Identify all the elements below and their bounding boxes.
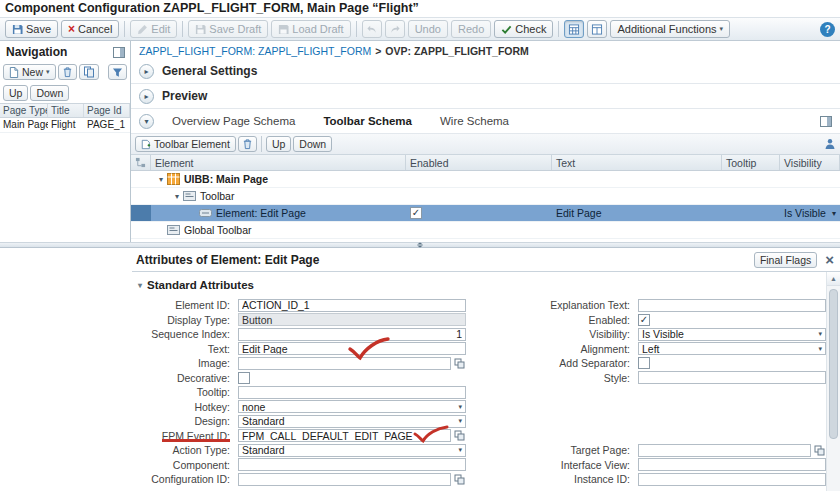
toolbar-separator <box>124 21 125 37</box>
nav-page-row[interactable]: Main PageFlightPAGE_1 <box>0 118 130 133</box>
field-input-configuration-id[interactable] <box>238 473 451 486</box>
scroll-up-icon[interactable]: ▲ <box>827 272 840 286</box>
attributes-scrollbar[interactable]: ▲ <box>826 272 840 491</box>
save-draft-button[interactable]: Save Draft <box>188 20 268 38</box>
edit-button[interactable]: Edit <box>130 20 177 38</box>
field-input-explanation-text[interactable] <box>638 299 826 312</box>
field-select-design[interactable]: Standard▾ <box>238 415 466 428</box>
save-button[interactable]: Save <box>5 20 58 38</box>
field-input-text[interactable] <box>238 342 466 355</box>
nav-down-button[interactable]: Down <box>30 85 69 101</box>
panel-toggle-icon[interactable] <box>820 116 832 127</box>
visibility-cell[interactable]: Is Visible▾ <box>780 205 840 221</box>
visibility-cell <box>780 171 840 187</box>
save-label: Save <box>26 23 51 35</box>
field-input-element-id[interactable] <box>238 299 466 312</box>
field-input-component[interactable] <box>238 458 466 471</box>
value-help-icon[interactable] <box>453 357 466 370</box>
redo-button[interactable]: Redo <box>451 20 491 38</box>
nav-up-button[interactable]: Up <box>3 85 28 101</box>
field-input-display-type[interactable] <box>238 313 466 326</box>
field-input-instance-id[interactable] <box>638 473 826 486</box>
schema-table-row[interactable]: ▾UIBB: Main Page <box>131 171 840 188</box>
field-input-fpm-event-id[interactable] <box>238 429 451 442</box>
personalize-icon[interactable] <box>824 138 836 150</box>
down-label: Down <box>299 138 326 150</box>
nav-column-page-id[interactable]: Page Id <box>84 104 130 117</box>
schema-table-row[interactable]: Global Toolbar <box>131 222 840 239</box>
tab-wire-schema[interactable]: Wire Schema <box>430 115 519 127</box>
field-input-style[interactable] <box>638 371 826 384</box>
field-select-alignment[interactable]: Left▾ <box>638 342 826 355</box>
help-icon[interactable]: ? <box>820 22 835 37</box>
field-input-sequence-index[interactable] <box>238 328 466 341</box>
new-page-button[interactable]: New ▾ <box>3 64 56 80</box>
tab-toolbar-schema[interactable]: Toolbar Schema <box>313 115 422 127</box>
load-draft-button[interactable]: Load Draft <box>271 20 350 38</box>
row-marker-cell <box>131 222 151 238</box>
column-text[interactable]: Text <box>552 155 722 170</box>
column-enabled[interactable]: Enabled <box>406 155 552 170</box>
field-select-visibility[interactable]: Is Visible▾ <box>638 328 826 341</box>
field-label-style: Style: <box>466 372 634 384</box>
chevron-down-icon: ▾ <box>458 403 462 411</box>
schema-tabs-row: ▾ Overview Page Schema Toolbar Schema Wi… <box>131 109 840 134</box>
field-label-enabled: Enabled: <box>466 314 634 326</box>
section-expander-icon[interactable]: ▾ <box>138 281 142 290</box>
grid-view-button[interactable] <box>564 20 584 38</box>
column-visibility[interactable]: Visibility <box>780 155 840 170</box>
additional-functions-button[interactable]: Additional Functions ▾ <box>610 20 730 38</box>
tooltip-cell <box>722 205 780 221</box>
field-cell <box>238 429 466 442</box>
field-input-target-page[interactable] <box>638 444 811 457</box>
value-help-icon[interactable] <box>453 429 466 442</box>
field-select-hotkey[interactable]: none▾ <box>238 400 466 413</box>
schema-table-row[interactable]: Element: Edit Page✓Edit PageIs Visible▾ <box>131 205 840 222</box>
expand-section-icon[interactable]: ▸ <box>139 89 154 104</box>
element-down-button[interactable]: Down <box>293 136 332 152</box>
redo-icon-button[interactable] <box>385 20 405 38</box>
section-title: General Settings <box>162 64 257 78</box>
copy-page-button[interactable] <box>79 64 99 80</box>
tree-toggle-icon[interactable]: ▾ <box>171 192 183 201</box>
field-input-image[interactable] <box>238 357 451 370</box>
field-checkbox-enabled[interactable]: ✓ <box>638 314 650 326</box>
delete-page-button[interactable] <box>58 64 77 80</box>
panel-toggle-icon[interactable] <box>113 47 125 58</box>
final-flags-button[interactable]: Final Flags <box>754 252 817 268</box>
value-help-icon[interactable] <box>453 473 466 486</box>
tab-overview-page-schema[interactable]: Overview Page Schema <box>162 115 305 127</box>
close-icon[interactable]: × <box>825 252 834 267</box>
schema-table-row[interactable]: ▾Toolbar <box>131 188 840 205</box>
layout-view-button[interactable] <box>587 20 607 38</box>
undo-icon-button[interactable] <box>362 20 382 38</box>
field-checkbox-add-separator[interactable]: ✓ <box>638 357 650 369</box>
save-icon <box>12 24 23 35</box>
nav-column-page-type[interactable]: Page Type <box>0 104 48 117</box>
toolbar-separator <box>261 136 262 152</box>
field-checkbox-decorative[interactable]: ✓ <box>238 372 250 384</box>
scrollbar-thumb[interactable] <box>829 289 838 439</box>
nav-column-title[interactable]: Title <box>48 104 84 117</box>
column-element[interactable]: Element <box>151 155 406 170</box>
cancel-button[interactable]: × Cancel <box>61 20 119 38</box>
element-up-button[interactable]: Up <box>266 136 291 152</box>
column-tooltip[interactable]: Tooltip <box>722 155 780 170</box>
breadcrumb-link[interactable]: ZAPPL_FLIGHT_FORM: ZAPPL_FLIGHT_FORM <box>139 45 371 57</box>
collapse-section-icon[interactable]: ▾ <box>139 114 154 129</box>
add-toolbar-element-button[interactable]: Toolbar Element <box>135 136 236 152</box>
row-marker-cell <box>131 205 151 221</box>
filter-button[interactable] <box>108 64 127 80</box>
field-input-interface-view[interactable] <box>638 458 826 471</box>
field-select-action-type[interactable]: Standard▾ <box>238 444 466 457</box>
undo-button[interactable]: Undo <box>408 20 448 38</box>
enabled-checkbox[interactable]: ✓ <box>410 207 422 219</box>
check-button[interactable]: Check <box>494 20 553 38</box>
value-help-icon[interactable] <box>813 444 826 457</box>
expand-section-icon[interactable]: ▸ <box>139 64 154 79</box>
delete-element-button[interactable] <box>238 136 257 152</box>
field-label-action-type: Action Type: <box>132 444 234 456</box>
page-title: Component Configuration ZAPPL_FLIGHT_FOR… <box>0 0 840 17</box>
tree-toggle-icon[interactable]: ▾ <box>155 175 167 184</box>
field-input-tooltip[interactable] <box>238 386 466 399</box>
